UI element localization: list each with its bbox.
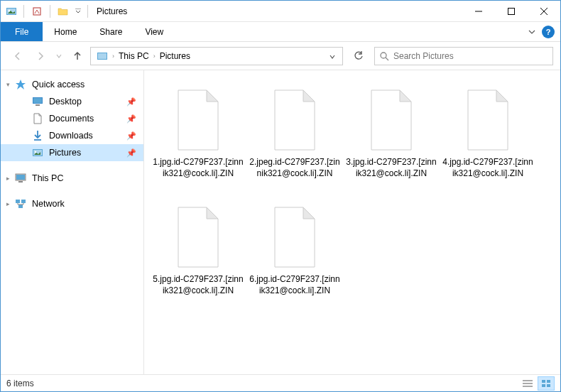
file-item[interactable]: 1.jpg.id-C279F237.[zinnik321@cock.li].ZI… bbox=[150, 82, 246, 199]
svg-rect-24 bbox=[18, 205, 23, 208]
file-icon bbox=[261, 86, 329, 154]
file-name-label: 5.jpg.id-C279F237.[zinnik321@cock.li].ZI… bbox=[153, 274, 244, 296]
recent-locations-button[interactable] bbox=[53, 46, 65, 66]
qat-new-folder-button[interactable] bbox=[55, 4, 72, 19]
svg-rect-13 bbox=[33, 98, 42, 103]
svg-rect-3 bbox=[33, 8, 40, 15]
sidebar-item-documents[interactable]: Documents 📌 bbox=[1, 110, 143, 127]
breadcrumb-pictures[interactable]: Pictures bbox=[157, 48, 193, 65]
pictures-icon bbox=[32, 147, 43, 158]
ribbon-expand-button[interactable] bbox=[525, 25, 539, 39]
svg-rect-9 bbox=[98, 53, 107, 59]
svg-rect-20 bbox=[16, 175, 25, 180]
chevron-right-icon[interactable]: › bbox=[111, 53, 116, 60]
file-tab[interactable]: File bbox=[1, 22, 43, 41]
file-item[interactable]: 5.jpg.id-C279F237.[zinnik321@cock.li].ZI… bbox=[150, 199, 246, 316]
svg-rect-31 bbox=[547, 384, 550, 387]
svg-rect-22 bbox=[16, 200, 20, 203]
view-tab[interactable]: View bbox=[134, 22, 175, 41]
svg-rect-28 bbox=[542, 380, 545, 383]
file-icon bbox=[454, 86, 522, 154]
search-icon bbox=[379, 51, 389, 61]
address-bar[interactable]: › This PC › Pictures bbox=[90, 47, 343, 65]
address-dropdown-button[interactable] bbox=[325, 50, 339, 62]
file-name-label: 1.jpg.id-C279F237.[zinnik321@cock.li].ZI… bbox=[153, 157, 244, 179]
up-button[interactable] bbox=[67, 46, 87, 66]
qat-customize-button[interactable] bbox=[73, 4, 83, 19]
large-icons-view-button[interactable] bbox=[538, 376, 555, 391]
help-button[interactable]: ? bbox=[542, 26, 555, 38]
file-view[interactable]: 1.jpg.id-C279F237.[zinnik321@cock.li].ZI… bbox=[144, 70, 560, 374]
chevron-right-icon[interactable]: ▸ bbox=[4, 175, 12, 182]
svg-rect-21 bbox=[18, 181, 23, 183]
qat-properties-button[interactable] bbox=[28, 4, 45, 19]
chevron-down-icon[interactable]: ▾ bbox=[4, 81, 12, 88]
file-icon bbox=[164, 203, 232, 271]
status-bar: 6 items bbox=[1, 374, 560, 391]
svg-point-18 bbox=[35, 151, 36, 153]
desktop-icon bbox=[32, 96, 43, 107]
sidebar-this-pc[interactable]: ▸ This PC bbox=[1, 170, 143, 187]
sidebar-quick-access[interactable]: ▾ Quick access bbox=[1, 76, 143, 93]
share-tab[interactable]: Share bbox=[88, 22, 134, 41]
minimize-button[interactable] bbox=[462, 1, 495, 22]
back-button[interactable] bbox=[8, 46, 28, 66]
sidebar-item-desktop[interactable]: Desktop 📌 bbox=[1, 93, 143, 110]
maximize-button[interactable] bbox=[495, 1, 528, 22]
sidebar-item-label: Downloads bbox=[49, 131, 93, 141]
file-item[interactable]: 6.jpg.id-C279F237.[zinnik321@cock.li].ZI… bbox=[246, 199, 343, 316]
file-item[interactable]: 4.jpg.id-C279F237.[zinnik321@cock.li].ZI… bbox=[440, 82, 536, 199]
file-name-label: 3.jpg.id-C279F237.[zinnik321@cock.li].ZI… bbox=[346, 157, 437, 179]
titlebar: Pictures bbox=[1, 1, 560, 22]
app-icon bbox=[4, 4, 19, 19]
computer-icon bbox=[15, 173, 26, 184]
documents-icon bbox=[32, 113, 43, 124]
svg-point-10 bbox=[381, 53, 386, 58]
close-button[interactable] bbox=[528, 1, 560, 22]
window-title: Pictures bbox=[97, 6, 127, 16]
breadcrumb-root[interactable] bbox=[94, 48, 111, 65]
sidebar-item-downloads[interactable]: Downloads 📌 bbox=[1, 127, 143, 144]
svg-line-11 bbox=[386, 58, 388, 60]
network-icon bbox=[15, 198, 26, 209]
address-row: › This PC › Pictures bbox=[1, 42, 560, 70]
svg-rect-29 bbox=[547, 380, 550, 383]
file-name-label: 4.jpg.id-C279F237.[zinnik321@cock.li].ZI… bbox=[442, 157, 533, 179]
sidebar-item-label: Network bbox=[32, 199, 65, 209]
home-tab[interactable]: Home bbox=[43, 22, 88, 41]
sidebar-network[interactable]: ▸ Network bbox=[1, 195, 143, 212]
breadcrumb-this-pc[interactable]: This PC bbox=[116, 48, 152, 65]
pin-icon: 📌 bbox=[126, 131, 136, 141]
svg-rect-14 bbox=[36, 104, 40, 106]
search-box[interactable] bbox=[374, 47, 553, 65]
sidebar-item-pictures[interactable]: Pictures 📌 bbox=[1, 144, 143, 161]
file-name-label: 6.jpg.id-C279F237.[zinnik321@cock.li].ZI… bbox=[249, 274, 340, 296]
chevron-right-icon[interactable]: ▸ bbox=[4, 200, 12, 207]
chevron-right-icon[interactable]: › bbox=[152, 53, 157, 60]
pin-icon: 📌 bbox=[126, 97, 136, 107]
sidebar-item-label: Pictures bbox=[49, 148, 81, 158]
refresh-button[interactable] bbox=[349, 47, 369, 65]
sidebar-item-label: This PC bbox=[32, 173, 63, 183]
pin-icon: 📌 bbox=[126, 114, 136, 124]
downloads-icon bbox=[32, 130, 43, 141]
file-item[interactable]: 2.jpeg.id-C279F237.[zinnik321@cock.li].Z… bbox=[246, 82, 343, 199]
search-input[interactable] bbox=[393, 51, 548, 61]
svg-rect-5 bbox=[508, 8, 515, 14]
details-view-button[interactable] bbox=[519, 376, 536, 391]
file-name-label: 2.jpeg.id-C279F237.[zinnik321@cock.li].Z… bbox=[249, 157, 340, 179]
svg-rect-30 bbox=[542, 384, 545, 387]
pin-icon: 📌 bbox=[126, 148, 136, 158]
item-count: 6 items bbox=[6, 379, 34, 388]
sidebar-item-label: Desktop bbox=[49, 97, 82, 107]
ribbon: File Home Share View ? bbox=[1, 22, 560, 42]
star-icon bbox=[15, 79, 26, 90]
file-item[interactable]: 3.jpg.id-C279F237.[zinnik321@cock.li].ZI… bbox=[343, 82, 440, 199]
file-icon bbox=[164, 86, 232, 154]
navigation-pane: ▾ Quick access Desktop 📌 Documents 📌 Dow… bbox=[1, 70, 144, 374]
sidebar-item-label: Documents bbox=[49, 114, 94, 124]
svg-rect-23 bbox=[21, 200, 26, 203]
forward-button[interactable] bbox=[31, 46, 50, 66]
file-icon bbox=[261, 203, 329, 271]
sidebar-item-label: Quick access bbox=[32, 80, 85, 89]
